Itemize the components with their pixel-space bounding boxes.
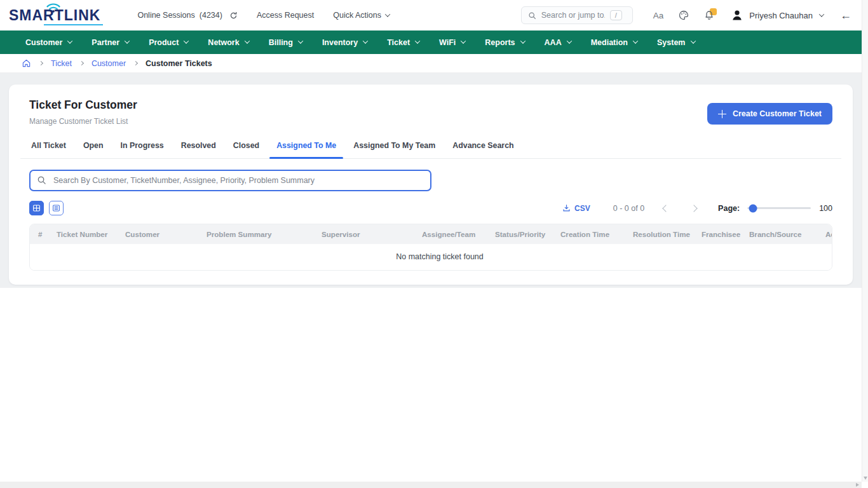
table-header-row: # Ticket Number Customer Problem Summary… bbox=[30, 224, 832, 244]
home-icon[interactable] bbox=[22, 58, 31, 68]
nav-item-system[interactable]: System bbox=[657, 38, 695, 47]
logo-underline bbox=[44, 24, 103, 25]
back-arrow-icon[interactable]: ← bbox=[840, 10, 851, 21]
col-franchisee: Franchisee bbox=[696, 224, 744, 244]
nav-item-billing[interactable]: Billing bbox=[269, 38, 302, 47]
tab-assigned-to-me[interactable]: Assigned To Me bbox=[269, 139, 343, 158]
nav-label: WiFi bbox=[439, 38, 456, 47]
online-sessions-count: (4234) bbox=[200, 11, 222, 20]
theme-palette-icon[interactable] bbox=[679, 10, 689, 20]
text-size-button[interactable]: Aa bbox=[653, 11, 664, 20]
col-customer: Customer bbox=[120, 224, 201, 244]
col-branch-source: Branch/Source bbox=[744, 224, 820, 244]
nav-label: Inventory bbox=[322, 38, 358, 47]
user-name: Priyesh Chauhan bbox=[749, 11, 813, 20]
col-supervisor: Supervisor bbox=[316, 224, 417, 244]
search-icon bbox=[37, 175, 46, 187]
list-view-button[interactable] bbox=[49, 201, 64, 215]
nav-item-ticket[interactable]: Ticket bbox=[387, 38, 419, 47]
chevron-down-icon bbox=[67, 38, 72, 43]
user-menu[interactable]: Priyesh Chauhan bbox=[731, 9, 824, 22]
tab-closed[interactable]: Closed bbox=[226, 139, 266, 158]
breadcrumb-separator bbox=[39, 61, 43, 65]
breadcrumb-link-customer[interactable]: Customer bbox=[92, 59, 126, 68]
nav-item-network[interactable]: Network bbox=[208, 38, 248, 47]
breadcrumb: Ticket Customer Customer Tickets bbox=[0, 54, 868, 73]
result-range: 0 - 0 of 0 bbox=[613, 204, 644, 213]
col-index: # bbox=[30, 224, 51, 244]
access-request-link[interactable]: Access Request bbox=[257, 11, 314, 20]
nav-label: Network bbox=[208, 38, 239, 47]
nav-item-customer[interactable]: Customer bbox=[25, 38, 72, 47]
scroll-right-arrow-icon[interactable] bbox=[856, 483, 859, 487]
csv-label: CSV bbox=[574, 204, 590, 213]
smartlink-logo[interactable]: SMARTLINK bbox=[9, 7, 100, 24]
breadcrumb-link-ticket[interactable]: Ticket bbox=[51, 59, 72, 68]
chevron-down-icon bbox=[363, 38, 368, 43]
slider-thumb[interactable] bbox=[749, 204, 757, 212]
chevron-down-icon bbox=[244, 38, 249, 43]
vertical-scrollbar[interactable] bbox=[862, 0, 868, 482]
nav-item-reports[interactable]: Reports bbox=[485, 38, 524, 47]
page-size-slider[interactable] bbox=[747, 207, 811, 209]
chevron-left-icon[interactable] bbox=[662, 205, 669, 212]
notifications-bell-icon[interactable] bbox=[704, 10, 714, 20]
breadcrumb-current: Customer Tickets bbox=[146, 59, 212, 68]
tab-resolved[interactable]: Resolved bbox=[174, 139, 223, 158]
chevron-down-icon bbox=[125, 38, 130, 43]
ticket-card: Ticket For Customer Manage Customer Tick… bbox=[9, 85, 853, 285]
tab-in-progress[interactable]: In Progress bbox=[114, 139, 171, 158]
page-title: Ticket For Customer bbox=[29, 98, 137, 112]
col-resolution-time: Resolution Time bbox=[628, 224, 696, 244]
refresh-icon[interactable] bbox=[229, 11, 238, 20]
global-search[interactable]: / bbox=[521, 6, 633, 24]
nav-item-wifi[interactable]: WiFi bbox=[439, 38, 465, 47]
nav-item-mediation[interactable]: Mediation bbox=[591, 38, 637, 47]
list-toolbar: CSV 0 - 0 of 0 Page: 100 bbox=[20, 201, 841, 215]
breadcrumb-separator bbox=[133, 61, 138, 65]
quick-actions-label: Quick Actions bbox=[333, 11, 381, 20]
chevron-down-icon bbox=[184, 38, 189, 43]
grid-view-button[interactable] bbox=[29, 201, 44, 215]
tab-assigned-to-my-team[interactable]: Assigned To My Team bbox=[346, 139, 442, 158]
ticket-tabs: All Ticket Open In Progress Resolved Clo… bbox=[20, 139, 841, 159]
nav-item-inventory[interactable]: Inventory bbox=[322, 38, 367, 47]
ticket-search-input[interactable] bbox=[29, 170, 431, 191]
nav-item-product[interactable]: Product bbox=[149, 38, 188, 47]
chevron-down-icon bbox=[633, 38, 638, 43]
col-status-priority: Status/Priority bbox=[490, 224, 555, 244]
tickets-table: # Ticket Number Customer Problem Summary… bbox=[29, 224, 832, 271]
download-icon bbox=[562, 204, 571, 212]
nav-label: Customer bbox=[25, 38, 62, 47]
pagination-controls: CSV 0 - 0 of 0 Page: 100 bbox=[562, 204, 832, 213]
page-size-max: 100 bbox=[819, 204, 832, 213]
create-button-label: Create Customer Ticket bbox=[733, 109, 822, 118]
slash-shortcut-badge: / bbox=[610, 10, 622, 20]
empty-state-row: No matching ticket found bbox=[30, 244, 832, 270]
create-customer-ticket-button[interactable]: Create Customer Ticket bbox=[707, 103, 832, 125]
tab-open[interactable]: Open bbox=[76, 139, 111, 158]
avatar bbox=[731, 9, 743, 22]
main-nav: Customer Partner Product Network Billing… bbox=[0, 30, 868, 54]
export-csv-button[interactable]: CSV bbox=[562, 204, 590, 213]
chevron-down-icon bbox=[566, 38, 571, 43]
nav-label: AAA bbox=[545, 38, 562, 47]
wifi-icon bbox=[45, 3, 62, 13]
ticket-search-row bbox=[20, 170, 841, 191]
tab-all-ticket[interactable]: All Ticket bbox=[24, 139, 73, 158]
empty-message: No matching ticket found bbox=[30, 244, 832, 270]
chevron-right-icon[interactable] bbox=[690, 205, 697, 212]
nav-label: Ticket bbox=[387, 38, 410, 47]
breadcrumb-separator bbox=[79, 61, 84, 65]
quick-actions-menu[interactable]: Quick Actions bbox=[333, 11, 390, 20]
scroll-down-arrow-icon[interactable] bbox=[864, 477, 867, 480]
plus-icon bbox=[718, 110, 726, 118]
page-subtitle: Manage Customer Ticket List bbox=[29, 117, 137, 126]
chevron-down-icon bbox=[819, 11, 824, 17]
nav-label: Partner bbox=[92, 38, 119, 47]
horizontal-scrollbar[interactable] bbox=[0, 482, 862, 488]
tab-advance-search[interactable]: Advance Search bbox=[445, 139, 520, 158]
global-search-input[interactable] bbox=[541, 11, 605, 20]
nav-item-partner[interactable]: Partner bbox=[92, 38, 129, 47]
nav-item-aaa[interactable]: AAA bbox=[545, 38, 571, 47]
